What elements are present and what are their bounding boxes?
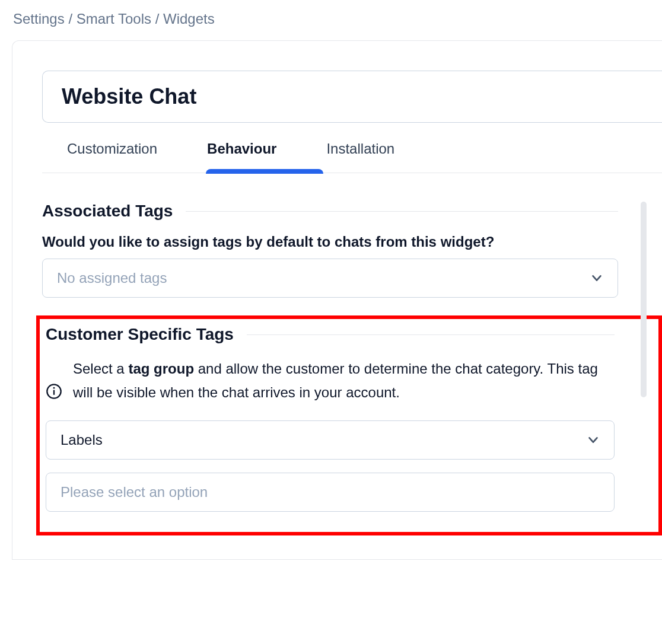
page-title: Website Chat (62, 84, 643, 109)
info-text-bold: tag group (128, 361, 194, 377)
breadcrumb-item-widgets[interactable]: Widgets (163, 11, 215, 27)
customer-tags-info-row: Select a tag group and allow the custome… (46, 357, 653, 404)
breadcrumb[interactable]: Settings / Smart Tools / Widgets (0, 0, 662, 34)
section-title-customer-tags: Customer Specific Tags (46, 325, 234, 344)
settings-panel: Website Chat Customization Behaviour Ins… (12, 40, 662, 560)
highlight-box: Customer Specific Tags Select a tag grou… (36, 315, 662, 535)
tab-behaviour[interactable]: Behaviour (182, 123, 301, 173)
chevron-down-icon (590, 272, 603, 285)
section-header-associated-tags: Associated Tags (42, 202, 662, 221)
associated-tags-question: Would you like to assign tags by default… (42, 234, 662, 250)
tag-option-select-value: Please select an option (61, 484, 208, 500)
customer-tags-info-text: Select a tag group and allow the custome… (73, 357, 615, 404)
tab-customization[interactable]: Customization (42, 123, 182, 173)
tag-option-select[interactable]: Please select an option (46, 473, 615, 512)
svg-point-2 (53, 387, 55, 389)
section-header-customer-tags: Customer Specific Tags (46, 325, 653, 344)
scrollbar[interactable] (641, 202, 647, 397)
associated-tags-select[interactable]: No assigned tags (42, 259, 618, 298)
tab-installation[interactable]: Installation (301, 123, 419, 173)
tag-group-select-value: Labels (61, 432, 103, 448)
tabs-row: Customization Behaviour Installation (42, 123, 662, 173)
info-icon (46, 383, 62, 400)
tag-group-select[interactable]: Labels (46, 420, 615, 460)
info-text-pre: Select a (73, 361, 128, 377)
breadcrumb-separator: / (151, 11, 163, 27)
breadcrumb-item-settings[interactable]: Settings (13, 11, 65, 27)
chevron-down-icon (587, 433, 600, 447)
breadcrumb-separator: / (65, 11, 77, 27)
tab-active-indicator (206, 169, 323, 174)
section-title-associated-tags: Associated Tags (42, 202, 173, 221)
associated-tags-select-value: No assigned tags (57, 270, 167, 286)
section-rule (186, 211, 618, 212)
page-title-box: Website Chat (42, 71, 662, 123)
content-area: Associated Tags Would you like to assign… (42, 202, 662, 535)
section-rule (247, 334, 615, 335)
breadcrumb-item-smart-tools[interactable]: Smart Tools (77, 11, 151, 27)
